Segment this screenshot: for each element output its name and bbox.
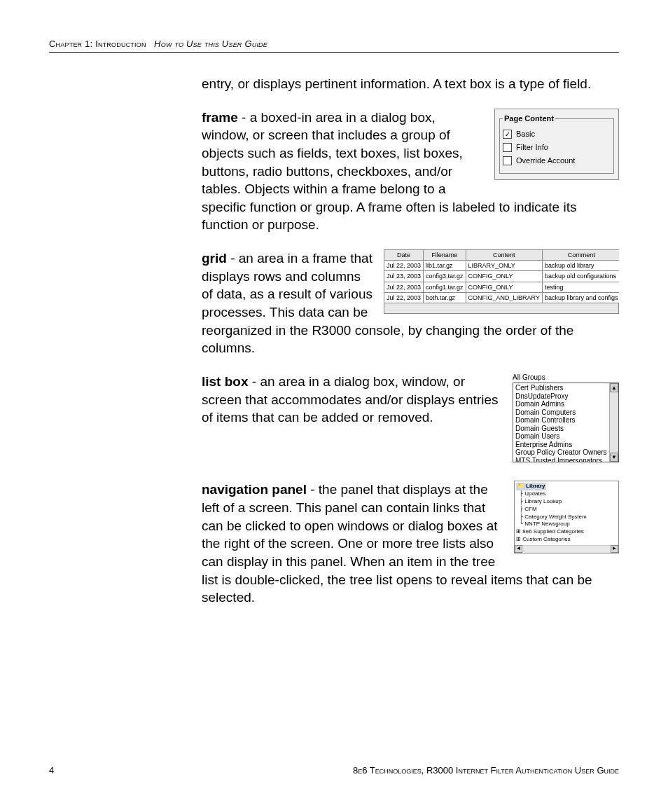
grid-header: Content: [466, 250, 542, 261]
page-number: 4: [49, 765, 54, 776]
list-item: Domain Admins: [515, 400, 607, 408]
list-item: Domain Guests: [515, 425, 607, 433]
grid-cell: Jul 22, 2003: [384, 261, 424, 271]
table-row: Jul 23, 2003 config3.tar.gz CONFIG_ONLY …: [384, 271, 620, 282]
tree-item: Library Lookup: [524, 498, 562, 504]
term-listbox: • All Groups Cert Publishers DnsUpdatePr…: [202, 373, 619, 466]
list-item: DnsUpdateProxy: [515, 392, 607, 401]
frame-check-row: ✓ Basic: [503, 129, 611, 139]
list-item: MTS Trusted Impersonators: [515, 457, 607, 462]
tree-root: Library: [526, 483, 545, 489]
tree-item: Category Weight System: [524, 514, 586, 520]
tree-item: NNTP Newsgroup: [524, 521, 569, 527]
listbox-label: All Groups: [513, 373, 619, 383]
tree-item: 8e6 Supplied Categories: [522, 528, 584, 535]
scrollbar: ▲ ▼: [609, 383, 618, 462]
grid-cell: CONFIG_AND_LIBRARY: [466, 292, 542, 303]
checkbox-icon: [503, 143, 512, 152]
term-label: grid: [202, 251, 227, 266]
grid-cell: config1.tar.gz: [424, 282, 466, 292]
frame-figure: Page Content ✓ Basic Filter Info Overrid…: [494, 109, 619, 180]
grid-cell: lib1.tar.gz: [424, 261, 466, 271]
term-label: navigation panel: [202, 482, 307, 497]
scroll-left-icon: ◄: [515, 545, 522, 553]
footer-title: 8e6 Technologies, R3000 Internet Filter …: [353, 765, 619, 776]
checkbox-icon: [503, 156, 512, 165]
scroll-down-icon: ▼: [610, 453, 618, 462]
list-item: Domain Computers: [515, 408, 607, 417]
grid-cell: both.tar.gz: [424, 292, 466, 303]
grid-cell: Jul 22, 2003: [384, 292, 424, 303]
tree-item: Custom Categories: [522, 536, 570, 542]
grid-cell: Jul 22, 2003: [384, 282, 424, 292]
term-grid: • Date Filename Content Comment Jul 22, …: [202, 249, 619, 357]
list-item: Enterprise Admins: [515, 441, 607, 449]
table-row: Jul 22, 2003 lib1.tar.gz LIBRARY_ONLY ba…: [384, 261, 620, 271]
grid-cell: CONFIG_ONLY: [466, 282, 542, 292]
grid-cell: LIBRARY_ONLY: [466, 261, 542, 271]
term-frame: • Page Content ✓ Basic Filter Info Overr…: [202, 109, 619, 234]
intro-tail-text: entry, or displays pertinent information…: [202, 76, 591, 91]
grid-cell: Jul 23, 2003: [384, 271, 424, 282]
page-footer: 4 8e6 Technologies, R3000 Internet Filte…: [49, 765, 619, 776]
checkbox-icon: ✓: [503, 130, 512, 139]
grid-cell: testing: [542, 282, 619, 292]
frame-check-label: Basic: [516, 129, 535, 139]
navpanel-figure: 📁 Library ├ Updates ├ Library Lookup ├ C…: [514, 481, 619, 553]
grid-cell: backup old configurations: [542, 271, 619, 282]
list-item: Cert Publishers: [515, 384, 607, 392]
term-label: list box: [202, 374, 249, 389]
scroll-right-icon: ►: [611, 545, 618, 553]
frame-check-label: Override Account: [516, 156, 575, 166]
table-row: Jul 22, 2003 config1.tar.gz CONFIG_ONLY …: [384, 282, 620, 292]
frame-legend: Page Content: [503, 113, 555, 124]
list-item: Domain Controllers: [515, 416, 607, 425]
intro-tail: entry, or displays pertinent information…: [202, 75, 619, 93]
listbox-figure: All Groups Cert Publishers DnsUpdateProx…: [513, 373, 619, 463]
scroll-up-icon: ▲: [610, 383, 618, 392]
term-label: frame: [202, 110, 238, 125]
tree-item: Updates: [524, 490, 545, 497]
grid-header: Comment: [542, 250, 619, 261]
running-header: Chapter 1: Introduction How to Use this …: [49, 39, 619, 53]
grid-cell: config3.tar.gz: [424, 271, 466, 282]
tree-item: CFM: [524, 506, 536, 512]
frame-check-row: Override Account: [503, 156, 611, 166]
frame-check-label: Filter Info: [516, 142, 548, 153]
grid-header: Filename: [424, 250, 466, 261]
list-item: Group Policy Creator Owners: [515, 448, 607, 457]
grid-cell: backup library and configs: [542, 292, 619, 303]
list-item: Domain Users: [515, 432, 607, 441]
frame-check-row: Filter Info: [503, 142, 611, 153]
grid-cell: backup old library: [542, 261, 619, 271]
grid-cell: CONFIG_ONLY: [466, 271, 542, 282]
grid-figure: Date Filename Content Comment Jul 22, 20…: [384, 249, 619, 314]
term-navpanel: • 📁 Library ├ Updates ├ Library Lookup ├…: [202, 481, 619, 606]
chapter-label: Chapter 1: Introduction: [49, 39, 146, 49]
section-label: How to Use this User Guide: [154, 39, 267, 49]
table-row: Jul 22, 2003 both.tar.gz CONFIG_AND_LIBR…: [384, 292, 620, 303]
grid-header: Date: [384, 250, 424, 261]
